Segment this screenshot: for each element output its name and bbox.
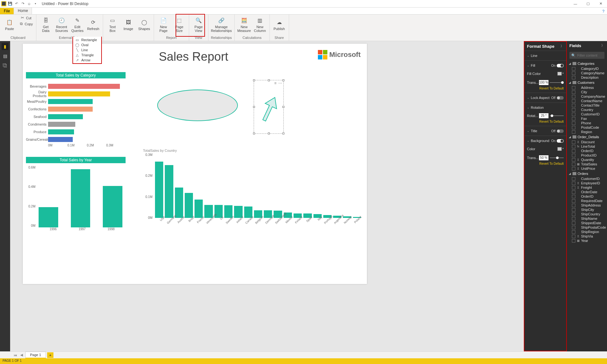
window-maximize[interactable]: ▢ (582, 0, 594, 8)
field-address[interactable]: Address (567, 85, 607, 90)
lock-toggle[interactable] (557, 96, 564, 100)
field-contacttitle[interactable]: ContactTitle (567, 103, 607, 108)
bg-trans-value[interactable]: 50 % (539, 155, 548, 160)
field-orderid[interactable]: OrderID (567, 149, 607, 153)
paste-button[interactable]: 📋Paste (2, 15, 17, 34)
rotation-slider[interactable] (550, 115, 564, 116)
field-categoryname[interactable]: CategoryName (567, 71, 607, 75)
field-region[interactable]: Region (567, 130, 607, 134)
qat-more-icon[interactable]: ▾ (33, 1, 38, 6)
chart-sales-by-category[interactable]: Total Sales by Category BeveragesDairy P… (26, 72, 126, 147)
field-unitprice[interactable]: ΣUnitPrice (567, 166, 607, 171)
textbox-button[interactable]: ▭Text Box (105, 15, 120, 34)
shape-arrow-selected[interactable]: ≡⋯ (254, 80, 284, 134)
more-icon[interactable]: ⋯ (278, 81, 282, 85)
field-requireddate[interactable]: RequiredDate (567, 199, 607, 203)
smile-icon[interactable]: ☺ (27, 1, 32, 6)
report-page[interactable]: Sales Report Microsoft Total Sales by Ca… (23, 44, 367, 284)
page-tab-1[interactable]: Page 1 (25, 352, 46, 358)
get-data-button[interactable]: 🗄Get Data (38, 15, 53, 34)
canvas-area[interactable]: Sales Report Microsoft Total Sales by Ca… (10, 41, 524, 351)
field-description[interactable]: Description (567, 75, 607, 80)
publish-button[interactable]: ☁Publish (272, 15, 287, 34)
chart-sales-by-country[interactable]: TotalSales by Country 0.3M0.2M0.1M0M USA… (143, 148, 361, 226)
shape-triangle[interactable]: △Triangle (73, 52, 101, 58)
shape-oval-instance[interactable] (157, 89, 238, 121)
bg-revert[interactable]: Revert To Default (527, 161, 564, 166)
format-rotation[interactable]: Rotation (531, 106, 544, 109)
field-phone[interactable]: Phone (567, 121, 607, 125)
tab-file[interactable]: File (0, 8, 14, 14)
fields-search[interactable]: 🔍 (569, 52, 604, 59)
shape-rectangle[interactable]: ▭Rectangle (73, 37, 101, 42)
field-categoryid[interactable]: CategoryID (567, 66, 607, 71)
field-companyname[interactable]: CompanyName (567, 94, 607, 99)
title-toggle[interactable] (557, 129, 564, 133)
shape-line[interactable]: ╲Line (73, 47, 101, 52)
field-shipregion[interactable]: ShipRegion (567, 230, 607, 234)
drag-handle-icon[interactable]: ≡ (274, 81, 276, 85)
new-measure-button[interactable]: 🧮New Measure (237, 15, 252, 34)
fill-toggle[interactable] (557, 64, 564, 67)
shape-oval[interactable]: ◯Oval (73, 42, 101, 47)
field-country[interactable]: Country (567, 108, 607, 112)
field-shipvia[interactable]: ΣShipVia (567, 234, 607, 238)
bg-color-swatch[interactable] (557, 147, 562, 151)
field-quantity[interactable]: ΣQuantity (567, 157, 607, 162)
format-title[interactable]: Title (531, 129, 537, 133)
bg-toggle[interactable] (557, 139, 564, 143)
nav-report-icon[interactable]: ▮ (2, 43, 9, 50)
field-productid[interactable]: ProductID (567, 153, 607, 157)
field-shipcity[interactable]: ShipCity (567, 207, 607, 212)
field-shippostalcode[interactable]: ShipPostalCode (567, 225, 607, 230)
help-icon[interactable]: ? (600, 9, 607, 14)
refresh-button[interactable]: ⟳Refresh (86, 15, 101, 34)
field-employeeid[interactable]: ΣEmployeeID (567, 181, 607, 185)
save-icon[interactable]: 💾 (8, 1, 13, 6)
format-bg[interactable]: Background (531, 139, 549, 143)
nav-data-icon[interactable]: ▤ (2, 52, 9, 59)
fill-trans-slider[interactable] (550, 82, 564, 83)
nav-model-icon[interactable]: ⿻ (2, 62, 9, 69)
field-freight[interactable]: ΣFreight (567, 185, 607, 190)
cut-button[interactable]: ✂Cut (18, 15, 34, 21)
add-page-button[interactable]: + (47, 352, 53, 358)
field-year[interactable]: ▦Year (567, 238, 607, 243)
shapes-button[interactable]: ◯Shapes (137, 15, 152, 34)
chart-sales-by-year[interactable]: Total Sales by Year 0.6M0.4M0.2M0M 19961… (26, 157, 126, 234)
tab-home[interactable]: Home (14, 7, 32, 14)
field-linetotal[interactable]: fxLineTotal (567, 144, 607, 149)
field-orderid[interactable]: OrderID (567, 194, 607, 199)
bg-trans-slider[interactable] (550, 157, 564, 158)
edit-queries-button[interactable]: ✎Edit Queries (70, 15, 85, 34)
field-city[interactable]: City (567, 90, 607, 94)
image-button[interactable]: 🖼Image (121, 15, 136, 34)
page-size-button[interactable]: ⬚Page Size (172, 15, 187, 34)
field-orderdate[interactable]: OrderDate (567, 190, 607, 194)
new-page-button[interactable]: 📄New Page (156, 15, 171, 34)
field-shipname[interactable]: ShipName (567, 216, 607, 221)
fields-search-input[interactable] (577, 53, 607, 57)
collapse-icon[interactable]: 〉 (561, 44, 564, 48)
table-order_details[interactable]: ◢Order_Details (567, 134, 607, 140)
fill-color-swatch[interactable] (557, 72, 562, 76)
page-prev-icon[interactable]: ◀ (19, 353, 24, 357)
copy-button[interactable]: ⧉Copy (18, 21, 34, 27)
format-fill[interactable]: Fill (531, 64, 535, 67)
table-orders[interactable]: ◢Orders (567, 171, 607, 176)
format-line[interactable]: Line (531, 54, 537, 58)
field-totalsales[interactable]: ▦TotalSales (567, 162, 607, 166)
rotation-value[interactable]: 25 ° (539, 113, 548, 118)
undo-icon[interactable]: ↶ (14, 1, 19, 6)
field-shippeddate[interactable]: ShippedDate (567, 221, 607, 225)
relationships-button[interactable]: 🔗Manage Relationships (210, 15, 232, 34)
new-column-button[interactable]: ▥New Column (252, 15, 268, 34)
table-categories[interactable]: ◢Categories (567, 61, 607, 66)
page-first-icon[interactable]: ⏮ (13, 353, 18, 357)
fill-trans-value[interactable]: 100 % (539, 80, 548, 85)
field-customerid[interactable]: CustomerID (567, 176, 607, 181)
shape-arrow[interactable]: ➚Arrow (73, 58, 101, 63)
table-customers[interactable]: ◢Customers (567, 80, 607, 85)
fields-collapse-icon[interactable]: 〉 (601, 43, 604, 48)
redo-icon[interactable]: ↷ (20, 1, 25, 6)
